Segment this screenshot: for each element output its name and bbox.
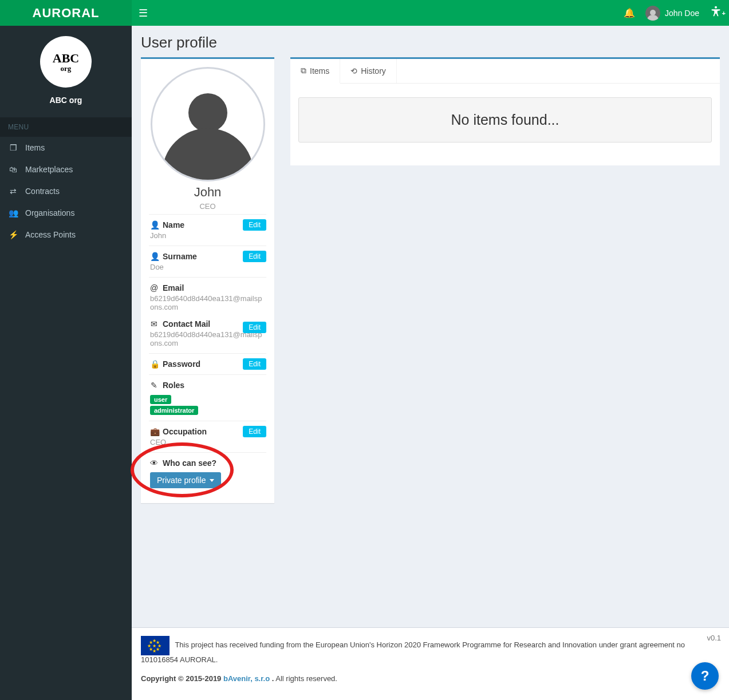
visibility-dropdown-label: Private profile <box>157 476 206 485</box>
chevron-down-icon <box>210 479 214 482</box>
field-name: Edit 👤Name John <box>149 214 266 246</box>
role-badge: user <box>150 395 171 404</box>
field-value: CEO <box>150 438 265 446</box>
field-label: Roles <box>163 381 184 390</box>
field-value: Doe <box>150 263 265 271</box>
field-label: Who can see? <box>163 458 216 468</box>
hamburger-icon[interactable]: ☰ <box>139 7 148 19</box>
top-header: AURORAL ☰ 🔔 John Doe + <box>0 0 729 26</box>
tab-card: ⧉ Items ⟲ History No items found... <box>290 57 720 165</box>
dot: . <box>272 674 274 683</box>
footer: v0.1 This project has received funding f… <box>132 627 729 700</box>
field-email: @Email b6219d640d8d440ea131@mailspons.co… <box>149 277 266 317</box>
main-column: User profile John CEO Edit 👤Name John <box>132 26 729 700</box>
page-title: User profile <box>141 34 720 52</box>
sidebar-item-organisations[interactable]: 👥 Organisations <box>0 202 132 224</box>
role-badge: administrator <box>150 406 198 415</box>
sidebar-item-items[interactable]: ❒ Items <box>0 137 132 159</box>
field-occupation: Edit 💼Occupation CEO <box>149 421 266 452</box>
content: User profile John CEO Edit 👤Name John <box>132 26 729 627</box>
copyright-suffix: All rights reserved. <box>275 674 337 683</box>
tab-history[interactable]: ⟲ History <box>340 59 397 83</box>
field-label: Email <box>163 283 184 292</box>
profile-display-name: John <box>145 185 270 200</box>
edit-contact-button[interactable]: Edit <box>243 322 266 333</box>
basket-icon: 🛍 <box>8 165 18 174</box>
field-label: Name <box>163 220 184 230</box>
sidebar-item-access-points[interactable]: ⚡ Access Points <box>0 224 132 246</box>
edit-surname-button[interactable]: Edit <box>243 251 266 262</box>
company-link[interactable]: bAvenir, s.r.o <box>223 674 270 683</box>
tab-label: Items <box>310 66 329 76</box>
org-name: ABC org <box>6 96 126 105</box>
svg-point-0 <box>715 6 717 9</box>
field-contact-mail: Edit ✉Contact Mail b6219d640d8d440ea131@… <box>149 317 266 353</box>
sidebar-item-label: Marketplaces <box>25 165 73 174</box>
tab-label: History <box>361 66 386 76</box>
copy-icon: ⧉ <box>301 66 306 76</box>
user-menu[interactable]: John Doe <box>645 6 699 21</box>
field-label: Occupation <box>163 427 207 436</box>
top-right: 🔔 John Doe + <box>624 5 722 21</box>
eye-icon: 👁 <box>150 458 158 468</box>
profile-display-role: CEO <box>145 202 270 211</box>
tab-items[interactable]: ⧉ Items <box>290 59 340 84</box>
edit-occupation-button[interactable]: Edit <box>243 426 266 437</box>
sidebar-item-label: Access Points <box>25 230 76 239</box>
handshake-icon: ⇄ <box>8 187 18 196</box>
plug-icon: ⚡ <box>8 230 18 239</box>
envelope-icon: ✉ <box>150 319 158 329</box>
tab-bar: ⧉ Items ⟲ History <box>290 59 720 84</box>
profile-avatar <box>151 67 265 181</box>
visibility-dropdown[interactable]: Private profile <box>150 472 221 488</box>
version-label: v0.1 <box>707 634 721 642</box>
brand-logo[interactable]: AURORAL <box>0 0 132 26</box>
empty-state: No items found... <box>298 97 712 143</box>
field-password: Edit 🔒Password <box>149 353 266 374</box>
field-value: b6219d640d8d440ea131@mailspons.com <box>150 294 265 311</box>
sidebar-item-contracts[interactable]: ⇄ Contracts <box>0 180 132 202</box>
at-icon: @ <box>150 283 158 292</box>
help-fab[interactable]: ? <box>691 662 719 690</box>
org-logo-text2: org <box>53 65 79 72</box>
sidebar-item-marketplaces[interactable]: 🛍 Marketplaces <box>0 159 132 180</box>
sidebar-item-label: Contracts <box>25 187 60 196</box>
avatar-icon <box>645 6 660 21</box>
cube-icon: ❒ <box>8 143 18 152</box>
edit-password-button[interactable]: Edit <box>243 358 266 370</box>
accessibility-icon[interactable]: + <box>710 5 722 21</box>
field-label: Contact Mail <box>163 319 210 329</box>
sidebar-item-label: Organisations <box>25 208 74 217</box>
org-block: ABC org ABC org <box>0 26 132 117</box>
field-label: Surname <box>163 252 197 261</box>
field-visibility: 👁Who can see? Private profile <box>149 452 266 494</box>
copyright-prefix: Copyright © 2015-2019 <box>141 674 223 683</box>
field-label: Password <box>163 359 200 369</box>
bell-icon[interactable]: 🔔 <box>624 7 635 18</box>
copyright-line: Copyright © 2015-2019 bAvenir, s.r.o . A… <box>141 674 720 683</box>
org-logo[interactable]: ABC org <box>40 36 92 88</box>
header-user-name: John Doe <box>665 9 699 18</box>
briefcase-icon: 💼 <box>150 427 158 436</box>
group-icon: 👥 <box>8 208 18 217</box>
lock-icon: 🔒 <box>150 359 158 369</box>
plus-icon: + <box>722 10 726 17</box>
org-logo-text1: ABC <box>53 51 79 65</box>
field-roles: ✎Roles user administrator <box>149 374 266 421</box>
edit-name-button[interactable]: Edit <box>243 219 266 231</box>
clock-icon: ⟲ <box>350 66 357 76</box>
funding-text: This project has received funding from t… <box>141 640 685 664</box>
person-icon: 👤 <box>150 252 158 261</box>
right-column: ⧉ Items ⟲ History No items found... <box>290 57 720 165</box>
tab-body: No items found... <box>290 84 720 165</box>
top-nav: ☰ 🔔 John Doe + <box>132 0 729 26</box>
sidebar-item-label: Items <box>25 143 45 152</box>
field-value: John <box>150 231 265 240</box>
edit-icon: ✎ <box>150 381 158 390</box>
eu-flag-icon <box>141 636 170 655</box>
profile-card: John CEO Edit 👤Name John Edit 👤Surname D… <box>141 57 274 503</box>
field-surname: Edit 👤Surname Doe <box>149 246 266 277</box>
person-icon: 👤 <box>150 220 158 230</box>
menu-header: MENU <box>0 117 132 137</box>
sidebar: ABC org ABC org MENU ❒ Items 🛍 Marketpla… <box>0 26 132 700</box>
